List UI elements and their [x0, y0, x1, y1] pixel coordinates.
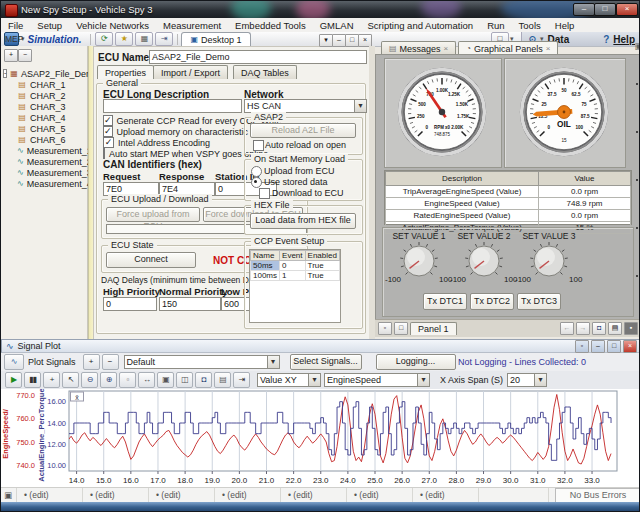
title-bar[interactable]: New Spy Setup - Vehicle Spy 3 – □ ×	[1, 1, 640, 18]
tree-collapse-button[interactable]: −	[18, 49, 32, 62]
edit-cell-4[interactable]: • (edit)	[215, 488, 281, 503]
panel-prev-button[interactable]: ←	[560, 322, 574, 335]
ecu-checkbox-1[interactable]: ✓	[103, 126, 113, 137]
tab-graphical-panels[interactable]: ◔ Graphical Panels ×	[458, 41, 558, 55]
preset-select[interactable]: Default	[124, 355, 280, 369]
plot-maximize-button[interactable]: □	[607, 340, 621, 353]
panel-save-button[interactable]: ◘	[592, 322, 606, 335]
plot-clear-button[interactable]: ▫	[119, 372, 136, 388]
high-priority-input[interactable]: 0	[103, 297, 157, 311]
edit-cell-5[interactable]: • (edit)	[281, 488, 347, 503]
plot-mode-select[interactable]: Value XY	[257, 373, 321, 387]
edit-cell-7[interactable]: • (edit)	[413, 488, 479, 503]
plot-close-button[interactable]: ×	[623, 340, 637, 353]
panel-overview-button[interactable]: ▫	[378, 322, 392, 335]
menu-setup[interactable]: Setup	[30, 20, 69, 31]
select-signals-button[interactable]: Select Signals...	[290, 354, 362, 370]
load-hex-button[interactable]: Load data from HEX file	[250, 213, 356, 229]
plot-properties-button[interactable]: ▣	[157, 372, 174, 388]
tab-import-export[interactable]: Import / Export	[153, 65, 228, 79]
panel-lock-button[interactable]: ▪	[624, 322, 638, 335]
ccp-cell[interactable]: True	[305, 261, 339, 271]
set-value-knob-1[interactable]	[395, 239, 443, 283]
plot-print-button[interactable]: ▤	[214, 372, 231, 388]
panel-print-button[interactable]: ▤	[608, 322, 622, 335]
plot-play-button[interactable]: ▶	[5, 372, 22, 388]
tree-root-asap2-file-demo[interactable]: -▦ASAP2_File_Demo	[3, 68, 87, 79]
panel-resize-strip[interactable]	[633, 61, 640, 319]
ccp-event-table[interactable]: NameEventEnabled50ms0True100ms1True	[250, 250, 340, 281]
toolbar-key-button[interactable]: ★	[115, 32, 133, 46]
tree-item-char_5[interactable]: ▤CHAR_5	[3, 123, 87, 134]
set-value-knob-3[interactable]	[525, 239, 573, 283]
close-tab-icon[interactable]: ×	[546, 43, 551, 55]
set-value-knob-2[interactable]	[460, 239, 508, 283]
ccp-cell[interactable]: 1	[280, 271, 306, 281]
tree-item-measurement_4[interactable]: ∿Measurement_4	[3, 178, 87, 189]
menu-help[interactable]: Help	[548, 20, 582, 31]
tree-item-char_2[interactable]: ▤CHAR_2	[3, 90, 87, 101]
toolbar-export-button[interactable]: ⇥	[155, 32, 173, 46]
ccp-row[interactable]: 100ms1True	[251, 271, 340, 281]
plot-crosshair-button[interactable]: +	[43, 372, 60, 388]
xspan-select[interactable]: 20	[507, 373, 547, 387]
tab-messages[interactable]: ▤ Messages ×	[381, 41, 456, 55]
close-tab-icon[interactable]: ×	[444, 43, 449, 55]
expander-icon[interactable]: -	[3, 69, 7, 78]
connect-button[interactable]: Connect	[106, 252, 196, 268]
signal-plot-titlebar[interactable]: ∿ Signal Plot ▫ – □ ×	[1, 339, 640, 353]
simulation-mode-label[interactable]: Simulation.	[28, 34, 82, 45]
long-desc-input[interactable]	[103, 99, 242, 113]
tx-dtc3-button[interactable]: Tx DTC3	[517, 293, 561, 310]
edit-cell-3[interactable]: • (edit)	[149, 488, 215, 503]
plot-copy-button[interactable]: ◫	[176, 372, 193, 388]
ccp-cell[interactable]: 50ms	[251, 261, 280, 271]
tree-item-char_6[interactable]: ▤CHAR_6	[3, 134, 87, 145]
ccp-cell[interactable]: 100ms	[251, 271, 280, 281]
panel-next-button[interactable]: →	[576, 322, 590, 335]
ecu-checkbox-3[interactable]	[103, 148, 105, 159]
edit-cell-2[interactable]: • (edit)	[83, 488, 149, 503]
plot-zoom-out-button[interactable]: ⊖	[81, 372, 98, 388]
menu-measurement[interactable]: Measurement	[156, 20, 228, 31]
memload-radio-0[interactable]	[251, 166, 262, 177]
tree-item-measurement_3[interactable]: ∿Measurement_3	[3, 167, 87, 178]
ecu-pin-button[interactable]: ▾	[319, 34, 333, 47]
add-plot-button[interactable]: +	[83, 354, 100, 370]
menu-vehicle-networks[interactable]: Vehicle Networks	[69, 20, 156, 31]
tab-desktop-1[interactable]: ▣ Desktop 1	[181, 32, 250, 46]
close-button[interactable]: ×	[616, 3, 638, 16]
tree-item-char_1[interactable]: ▤CHAR_1	[3, 79, 87, 90]
tab-panel-1[interactable]: Panel 1	[410, 322, 457, 335]
reload-a2l-button[interactable]: Reload A2L File	[250, 123, 356, 138]
network-select[interactable]: HS CAN	[244, 99, 367, 113]
plot-pause-button[interactable]: ▮▮	[24, 372, 41, 388]
tab-daq-tables[interactable]: DAQ Tables	[233, 65, 297, 79]
menu-file[interactable]: File	[1, 20, 30, 31]
edit-row-icon-cell[interactable]: ▣	[1, 488, 17, 503]
plot-signals-icon-button[interactable]: ∿	[4, 354, 24, 370]
menu-scripting-and-automation[interactable]: Scripting and Automation	[361, 20, 481, 31]
memload-radio-1[interactable]	[251, 177, 262, 188]
plot-signal-select[interactable]: EngineSpeed	[324, 373, 430, 387]
ecu-maximize-button[interactable]: □	[345, 34, 359, 47]
menu-gmlan[interactable]: GMLAN	[313, 20, 361, 31]
tree-item-char_3[interactable]: ▤CHAR_3	[3, 101, 87, 112]
ccp-row[interactable]: 50ms0True	[251, 261, 340, 271]
toolbar-panel-grid-button[interactable]: ▦	[135, 32, 153, 46]
tab-properties[interactable]: Properties	[97, 65, 154, 79]
panel-window-button[interactable]: □	[394, 322, 408, 335]
plot-fit-horizontal-button[interactable]: ↔	[138, 372, 155, 388]
tree-item-measurement_1[interactable]: ∿Measurement_1	[3, 145, 87, 156]
plot-pin-button[interactable]: ▫	[575, 340, 589, 353]
memload-checkbox-2[interactable]	[259, 188, 270, 199]
remove-plot-button[interactable]: −	[102, 354, 119, 370]
plot-tab-right-button[interactable]: ⇥	[233, 372, 250, 388]
auto-reload-checkbox[interactable]	[253, 140, 264, 151]
ecu-checkbox-0[interactable]: ✓	[103, 115, 113, 126]
panel-tool-icon[interactable]: ▣	[634, 41, 640, 54]
tree-expand-button[interactable]: +	[4, 49, 18, 62]
minimize-button[interactable]: –	[573, 3, 595, 16]
plot-cursor-button[interactable]: ↖	[62, 372, 79, 388]
force-upload-button[interactable]: Force upload from ECU	[106, 207, 200, 222]
